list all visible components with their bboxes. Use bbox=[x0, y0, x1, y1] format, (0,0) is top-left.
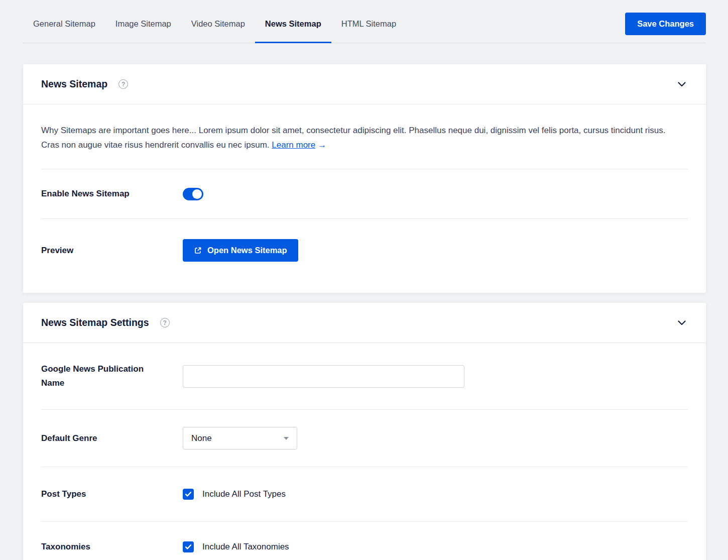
toggle-knob bbox=[192, 189, 202, 199]
tab-video-sitemap[interactable]: Video Sitemap bbox=[181, 5, 255, 43]
check-icon bbox=[185, 544, 192, 550]
post-types-row: Post Types Include All Post Types bbox=[23, 467, 706, 521]
row-label: Enable News Sitemap bbox=[41, 187, 183, 201]
enable-news-sitemap-toggle[interactable] bbox=[183, 188, 203, 200]
taxonomies-row: Taxonomies Include All Taxonomies bbox=[23, 522, 706, 560]
row-label: Google News Publication Name bbox=[41, 362, 183, 390]
checkbox-label: Include All Taxonomies bbox=[202, 542, 289, 552]
publication-name-input[interactable] bbox=[183, 365, 464, 388]
sitemap-tabbar: General Sitemap Image Sitemap Video Site… bbox=[23, 0, 706, 43]
row-label: Default Genre bbox=[41, 431, 183, 445]
checkbox-label: Include All Post Types bbox=[202, 489, 286, 499]
tab-html-sitemap[interactable]: HTML Sitemap bbox=[331, 5, 406, 43]
save-changes-button[interactable]: Save Changes bbox=[625, 13, 706, 35]
row-label: Preview bbox=[41, 244, 183, 258]
news-sitemap-card: News Sitemap ? Why Sitemaps are importan… bbox=[23, 64, 706, 293]
preview-row: Preview Open News Sitemap bbox=[23, 219, 706, 293]
chevron-down-icon bbox=[678, 82, 686, 87]
description-text: Why Sitemaps are important goes here... … bbox=[41, 126, 665, 150]
tab-general-sitemap[interactable]: General Sitemap bbox=[23, 5, 105, 43]
external-link-icon bbox=[194, 247, 202, 255]
card-title: News Sitemap bbox=[41, 78, 107, 90]
include-all-post-types-checkbox[interactable] bbox=[183, 489, 194, 500]
default-genre-select[interactable]: None bbox=[183, 427, 297, 450]
tab-label: General Sitemap bbox=[33, 19, 95, 29]
row-label: Taxonomies bbox=[41, 540, 183, 554]
news-sitemap-settings-card: News Sitemap Settings ? Google News Publ… bbox=[23, 303, 706, 560]
selected-value: None bbox=[191, 433, 212, 443]
card-description: Why Sitemaps are important goes here... … bbox=[23, 104, 706, 169]
news-sitemap-card-header: News Sitemap ? bbox=[23, 64, 706, 104]
chevron-down-icon bbox=[678, 320, 686, 325]
arrow-right-icon: → bbox=[318, 140, 326, 150]
tab-label: Image Sitemap bbox=[115, 19, 171, 29]
card-collapse-button[interactable] bbox=[676, 80, 688, 89]
publication-name-row: Google News Publication Name bbox=[23, 343, 706, 409]
check-icon bbox=[185, 491, 192, 497]
include-all-taxonomies-checkbox[interactable] bbox=[183, 541, 194, 552]
tab-label: News Sitemap bbox=[265, 19, 321, 29]
tab-image-sitemap[interactable]: Image Sitemap bbox=[105, 5, 181, 43]
tab-label: HTML Sitemap bbox=[341, 19, 396, 29]
learn-more-link[interactable]: Learn more bbox=[272, 140, 315, 150]
card-title: News Sitemap Settings bbox=[41, 317, 149, 328]
settings-card-header: News Sitemap Settings ? bbox=[23, 303, 706, 343]
tab-label: Video Sitemap bbox=[191, 19, 245, 29]
sitemap-settings-page: General Sitemap Image Sitemap Video Site… bbox=[0, 0, 728, 560]
caret-down-icon bbox=[284, 437, 289, 440]
open-news-sitemap-button[interactable]: Open News Sitemap bbox=[183, 239, 298, 262]
help-icon[interactable]: ? bbox=[118, 79, 128, 89]
default-genre-row: Default Genre None bbox=[23, 410, 706, 467]
card-collapse-button[interactable] bbox=[676, 318, 688, 327]
button-label: Open News Sitemap bbox=[207, 246, 287, 255]
enable-news-sitemap-row: Enable News Sitemap bbox=[23, 169, 706, 218]
tab-news-sitemap[interactable]: News Sitemap bbox=[255, 5, 331, 43]
row-label: Post Types bbox=[41, 487, 183, 501]
help-icon[interactable]: ? bbox=[160, 318, 170, 327]
